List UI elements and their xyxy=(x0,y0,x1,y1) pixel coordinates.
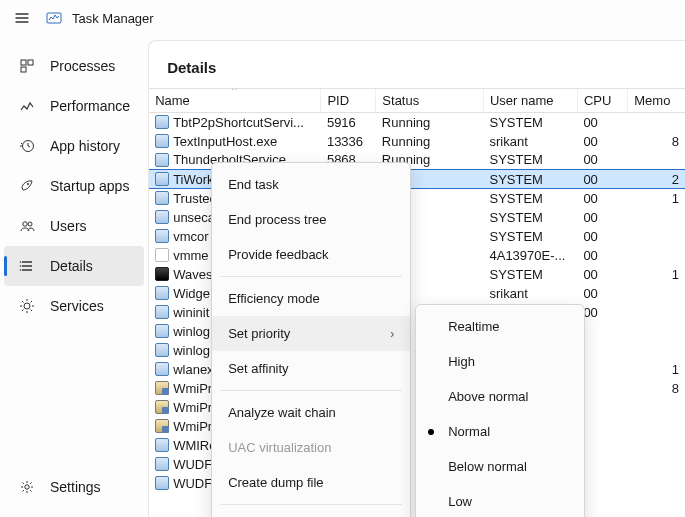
ctx-end-tree[interactable]: End process tree xyxy=(212,202,410,237)
process-name: WmiPr xyxy=(173,419,212,434)
process-icon xyxy=(155,267,169,281)
process-name: TbtP2pShortcutServi... xyxy=(173,115,304,130)
settings-icon xyxy=(18,478,36,496)
process-name: vmcor xyxy=(173,229,208,244)
process-icon xyxy=(155,210,169,224)
startup-icon xyxy=(18,177,36,195)
col-status[interactable]: Status xyxy=(376,89,484,113)
process-icon xyxy=(155,362,169,376)
process-icon xyxy=(155,381,169,395)
sidebar-item-services[interactable]: Services xyxy=(4,286,144,326)
process-name: WUDFI xyxy=(173,457,216,472)
priority-low[interactable]: Low xyxy=(416,484,584,517)
priority-high[interactable]: High xyxy=(416,344,584,379)
ctx-separator xyxy=(220,504,402,505)
sidebar-item-label: Details xyxy=(50,258,93,274)
context-menu[interactable]: End task End process tree Provide feedba… xyxy=(211,162,411,517)
ctx-dump[interactable]: Create dump file xyxy=(212,465,410,500)
sidebar-item-performance[interactable]: Performance xyxy=(4,86,144,126)
sidebar-item-users[interactable]: Users xyxy=(4,206,144,246)
process-icon xyxy=(155,172,169,186)
app-title: Task Manager xyxy=(72,11,154,26)
process-icon xyxy=(155,324,169,338)
svg-point-6 xyxy=(23,222,27,226)
sidebar-item-startup-apps[interactable]: Startup apps xyxy=(4,166,144,206)
col-user[interactable]: User name xyxy=(483,89,577,113)
process-name: vmme xyxy=(173,248,208,263)
col-mem[interactable]: Memo xyxy=(628,89,685,113)
process-icon xyxy=(155,153,169,167)
svg-rect-1 xyxy=(21,60,26,65)
process-name: WUDFI xyxy=(173,476,216,491)
svg-point-7 xyxy=(28,222,32,226)
sidebar-item-details[interactable]: Details xyxy=(4,246,144,286)
sidebar-item-processes[interactable]: Processes xyxy=(4,46,144,86)
ctx-efficiency[interactable]: Efficiency mode xyxy=(212,281,410,316)
process-icon xyxy=(155,419,169,433)
page-title: Details xyxy=(149,41,685,88)
sort-asc-icon: ⌃ xyxy=(230,89,239,99)
process-icon xyxy=(155,248,169,262)
svg-rect-2 xyxy=(28,60,33,65)
table-header-row[interactable]: Name⌃ PID Status User name CPU Memo xyxy=(149,89,685,113)
priority-normal[interactable]: Normal xyxy=(416,414,584,449)
hamburger-button[interactable] xyxy=(8,4,36,32)
main-panel: Details Name⌃ PID Status User name CPU M… xyxy=(148,40,685,517)
priority-above-normal[interactable]: Above normal xyxy=(416,379,584,414)
sidebar-item-label: App history xyxy=(50,138,120,154)
ctx-analyze[interactable]: Analyze wait chain xyxy=(212,395,410,430)
process-icon xyxy=(155,343,169,357)
svg-point-5 xyxy=(27,183,29,185)
priority-below-normal[interactable]: Below normal xyxy=(416,449,584,484)
process-icon xyxy=(155,229,169,243)
sidebar-item-label: Processes xyxy=(50,58,115,74)
col-cpu[interactable]: CPU xyxy=(577,89,627,113)
tm-logo-icon xyxy=(46,10,62,26)
col-name[interactable]: Name⌃ xyxy=(149,89,321,113)
services-icon xyxy=(18,297,36,315)
sidebar-item-app-history[interactable]: App history xyxy=(4,126,144,166)
svg-point-8 xyxy=(20,261,22,263)
process-icon xyxy=(155,438,169,452)
processes-icon xyxy=(18,57,36,75)
details-icon xyxy=(18,257,36,275)
col-pid[interactable]: PID xyxy=(321,89,376,113)
ctx-end-task[interactable]: End task xyxy=(212,167,410,202)
ctx-set-priority[interactable]: Set priority › xyxy=(212,316,410,351)
ctx-feedback[interactable]: Provide feedback xyxy=(212,237,410,272)
ctx-separator xyxy=(220,390,402,391)
process-icon xyxy=(155,191,169,205)
ctx-set-affinity[interactable]: Set affinity xyxy=(212,351,410,386)
process-name: WmiPr xyxy=(173,381,212,396)
process-name: wlanex xyxy=(173,362,213,377)
process-icon xyxy=(155,305,169,319)
process-name: unseca xyxy=(173,210,215,225)
sidebar-item-settings[interactable]: Settings xyxy=(4,467,144,507)
ctx-uac: UAC virtualization xyxy=(212,430,410,465)
chevron-right-icon: › xyxy=(390,327,394,341)
performance-icon xyxy=(18,97,36,115)
priority-realtime[interactable]: Realtime xyxy=(416,309,584,344)
ctx-separator xyxy=(220,276,402,277)
process-name: WMIRe xyxy=(173,438,216,453)
process-name: TextInputHost.exe xyxy=(173,134,277,149)
process-icon xyxy=(155,400,169,414)
sidebar-item-label: Users xyxy=(50,218,87,234)
table-row[interactable]: TbtP2pShortcutServi...5916RunningSYSTEM0… xyxy=(149,113,685,132)
process-icon xyxy=(155,115,169,129)
history-icon xyxy=(18,137,36,155)
ctx-open-location[interactable]: Open file location xyxy=(212,509,410,517)
process-name: Widge xyxy=(173,286,210,301)
process-name: wininit xyxy=(173,305,209,320)
svg-point-9 xyxy=(20,265,22,267)
process-name: winlog xyxy=(173,343,210,358)
svg-rect-3 xyxy=(21,67,26,72)
table-row[interactable]: TextInputHost.exe13336Runningsrikant008 xyxy=(149,132,685,151)
process-name: Trustec xyxy=(173,191,216,206)
sidebar-item-label: Performance xyxy=(50,98,130,114)
process-icon xyxy=(155,286,169,300)
process-name: WmiPr xyxy=(173,400,212,415)
users-icon xyxy=(18,217,36,235)
priority-submenu[interactable]: Realtime High Above normal Normal Below … xyxy=(415,304,585,517)
process-icon xyxy=(155,457,169,471)
